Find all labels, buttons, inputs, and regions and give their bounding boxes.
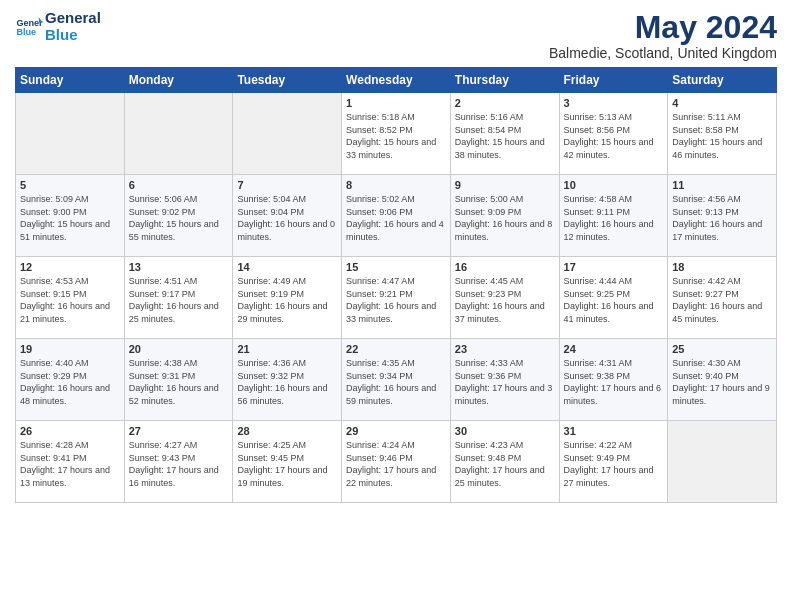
page: General Blue General Blue May 2024 Balme… [0,0,792,612]
day-info: Sunrise: 4:45 AMSunset: 9:23 PMDaylight:… [455,275,555,325]
table-row: 24Sunrise: 4:31 AMSunset: 9:38 PMDayligh… [559,339,668,421]
day-info: Sunrise: 4:28 AMSunset: 9:41 PMDaylight:… [20,439,120,489]
day-number: 15 [346,261,446,273]
calendar-week-row: 19Sunrise: 4:40 AMSunset: 9:29 PMDayligh… [16,339,777,421]
subtitle: Balmedie, Scotland, United Kingdom [549,45,777,61]
table-row [668,421,777,503]
logo: General Blue General Blue [15,10,101,43]
table-row: 8Sunrise: 5:02 AMSunset: 9:06 PMDaylight… [342,175,451,257]
day-number: 9 [455,179,555,191]
day-info: Sunrise: 4:49 AMSunset: 9:19 PMDaylight:… [237,275,337,325]
day-number: 12 [20,261,120,273]
table-row: 3Sunrise: 5:13 AMSunset: 8:56 PMDaylight… [559,93,668,175]
table-row: 12Sunrise: 4:53 AMSunset: 9:15 PMDayligh… [16,257,125,339]
day-info: Sunrise: 4:30 AMSunset: 9:40 PMDaylight:… [672,357,772,407]
day-number: 25 [672,343,772,355]
day-number: 7 [237,179,337,191]
day-info: Sunrise: 5:04 AMSunset: 9:04 PMDaylight:… [237,193,337,243]
title-block: May 2024 Balmedie, Scotland, United King… [549,10,777,61]
col-saturday: Saturday [668,68,777,93]
day-number: 8 [346,179,446,191]
day-info: Sunrise: 4:36 AMSunset: 9:32 PMDaylight:… [237,357,337,407]
day-number: 18 [672,261,772,273]
table-row: 28Sunrise: 4:25 AMSunset: 9:45 PMDayligh… [233,421,342,503]
col-tuesday: Tuesday [233,68,342,93]
day-number: 3 [564,97,664,109]
day-info: Sunrise: 4:58 AMSunset: 9:11 PMDaylight:… [564,193,664,243]
table-row: 23Sunrise: 4:33 AMSunset: 9:36 PMDayligh… [450,339,559,421]
day-number: 31 [564,425,664,437]
col-friday: Friday [559,68,668,93]
day-number: 20 [129,343,229,355]
logo-line2: Blue [45,27,101,44]
table-row: 15Sunrise: 4:47 AMSunset: 9:21 PMDayligh… [342,257,451,339]
day-info: Sunrise: 4:23 AMSunset: 9:48 PMDaylight:… [455,439,555,489]
day-number: 5 [20,179,120,191]
col-sunday: Sunday [16,68,125,93]
table-row: 30Sunrise: 4:23 AMSunset: 9:48 PMDayligh… [450,421,559,503]
calendar-table: Sunday Monday Tuesday Wednesday Thursday… [15,67,777,503]
table-row [124,93,233,175]
table-row: 10Sunrise: 4:58 AMSunset: 9:11 PMDayligh… [559,175,668,257]
day-info: Sunrise: 4:33 AMSunset: 9:36 PMDaylight:… [455,357,555,407]
day-info: Sunrise: 5:13 AMSunset: 8:56 PMDaylight:… [564,111,664,161]
day-number: 21 [237,343,337,355]
col-wednesday: Wednesday [342,68,451,93]
table-row: 22Sunrise: 4:35 AMSunset: 9:34 PMDayligh… [342,339,451,421]
table-row [16,93,125,175]
calendar-week-row: 5Sunrise: 5:09 AMSunset: 9:00 PMDaylight… [16,175,777,257]
logo-icon: General Blue [15,13,43,41]
calendar-week-row: 12Sunrise: 4:53 AMSunset: 9:15 PMDayligh… [16,257,777,339]
table-row: 16Sunrise: 4:45 AMSunset: 9:23 PMDayligh… [450,257,559,339]
day-info: Sunrise: 5:06 AMSunset: 9:02 PMDaylight:… [129,193,229,243]
table-row: 19Sunrise: 4:40 AMSunset: 9:29 PMDayligh… [16,339,125,421]
day-number: 13 [129,261,229,273]
logo-line1: General [45,10,101,27]
table-row: 26Sunrise: 4:28 AMSunset: 9:41 PMDayligh… [16,421,125,503]
day-info: Sunrise: 4:24 AMSunset: 9:46 PMDaylight:… [346,439,446,489]
day-number: 26 [20,425,120,437]
day-info: Sunrise: 4:35 AMSunset: 9:34 PMDaylight:… [346,357,446,407]
calendar-week-row: 26Sunrise: 4:28 AMSunset: 9:41 PMDayligh… [16,421,777,503]
table-row: 5Sunrise: 5:09 AMSunset: 9:00 PMDaylight… [16,175,125,257]
header: General Blue General Blue May 2024 Balme… [15,10,777,61]
table-row: 1Sunrise: 5:18 AMSunset: 8:52 PMDaylight… [342,93,451,175]
day-info: Sunrise: 4:56 AMSunset: 9:13 PMDaylight:… [672,193,772,243]
table-row: 27Sunrise: 4:27 AMSunset: 9:43 PMDayligh… [124,421,233,503]
day-number: 28 [237,425,337,437]
day-number: 19 [20,343,120,355]
day-info: Sunrise: 5:11 AMSunset: 8:58 PMDaylight:… [672,111,772,161]
day-info: Sunrise: 4:47 AMSunset: 9:21 PMDaylight:… [346,275,446,325]
day-info: Sunrise: 5:18 AMSunset: 8:52 PMDaylight:… [346,111,446,161]
day-info: Sunrise: 4:38 AMSunset: 9:31 PMDaylight:… [129,357,229,407]
day-number: 1 [346,97,446,109]
day-number: 24 [564,343,664,355]
table-row: 7Sunrise: 5:04 AMSunset: 9:04 PMDaylight… [233,175,342,257]
day-number: 4 [672,97,772,109]
day-number: 2 [455,97,555,109]
col-thursday: Thursday [450,68,559,93]
day-number: 10 [564,179,664,191]
table-row: 13Sunrise: 4:51 AMSunset: 9:17 PMDayligh… [124,257,233,339]
day-info: Sunrise: 5:16 AMSunset: 8:54 PMDaylight:… [455,111,555,161]
day-info: Sunrise: 4:22 AMSunset: 9:49 PMDaylight:… [564,439,664,489]
calendar-body: 1Sunrise: 5:18 AMSunset: 8:52 PMDaylight… [16,93,777,503]
day-info: Sunrise: 5:00 AMSunset: 9:09 PMDaylight:… [455,193,555,243]
day-info: Sunrise: 4:31 AMSunset: 9:38 PMDaylight:… [564,357,664,407]
day-number: 17 [564,261,664,273]
day-number: 22 [346,343,446,355]
day-number: 27 [129,425,229,437]
table-row: 20Sunrise: 4:38 AMSunset: 9:31 PMDayligh… [124,339,233,421]
day-number: 16 [455,261,555,273]
main-title: May 2024 [549,10,777,45]
table-row: 6Sunrise: 5:06 AMSunset: 9:02 PMDaylight… [124,175,233,257]
day-info: Sunrise: 5:02 AMSunset: 9:06 PMDaylight:… [346,193,446,243]
calendar-header-row: Sunday Monday Tuesday Wednesday Thursday… [16,68,777,93]
table-row: 31Sunrise: 4:22 AMSunset: 9:49 PMDayligh… [559,421,668,503]
day-info: Sunrise: 4:53 AMSunset: 9:15 PMDaylight:… [20,275,120,325]
table-row [233,93,342,175]
table-row: 14Sunrise: 4:49 AMSunset: 9:19 PMDayligh… [233,257,342,339]
table-row: 2Sunrise: 5:16 AMSunset: 8:54 PMDaylight… [450,93,559,175]
day-number: 11 [672,179,772,191]
col-monday: Monday [124,68,233,93]
